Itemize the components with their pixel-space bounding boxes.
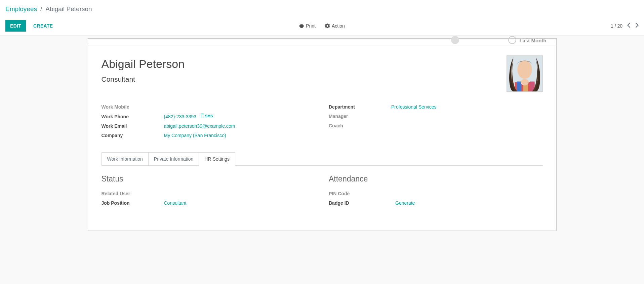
company-label: Company — [102, 133, 164, 138]
coach-label: Coach — [329, 123, 391, 128]
job-position-label: Job Position — [102, 200, 164, 206]
generate-badge-button[interactable]: Generate — [395, 200, 415, 206]
stat-indicator-icon — [451, 36, 459, 44]
department-link[interactable]: Professional Services — [391, 104, 437, 110]
work-phone-link[interactable]: (482)-233-3393 — [164, 114, 197, 119]
svg-rect-3 — [517, 82, 521, 91]
tab-work-information[interactable]: Work Information — [102, 152, 149, 165]
status-section-heading: Status — [102, 174, 316, 184]
job-position-link[interactable]: Consultant — [164, 200, 187, 206]
pager-prev-button[interactable] — [627, 23, 631, 30]
avatar[interactable] — [507, 55, 543, 92]
form-sheet: Last Month Abigail Peterson Consultant — [88, 38, 557, 231]
gear-icon — [325, 24, 330, 28]
mobile-icon — [201, 114, 204, 118]
tab-private-information[interactable]: Private Information — [148, 152, 199, 165]
work-phone-label: Work Phone — [102, 114, 164, 119]
tab-hr-settings[interactable]: HR Settings — [199, 152, 235, 165]
attendance-section-heading: Attendance — [329, 174, 543, 184]
print-icon — [299, 24, 304, 28]
stat-buttons-bar: Last Month — [88, 39, 556, 45]
department-label: Department — [329, 104, 391, 110]
svg-point-6 — [521, 79, 529, 86]
employee-job-title: Consultant — [102, 75, 492, 83]
action-dropdown[interactable]: Action — [325, 23, 345, 29]
print-label: Print — [306, 23, 316, 29]
sms-label: SMS — [205, 114, 213, 118]
badge-id-label: Badge ID — [329, 200, 391, 206]
tabs-bar: Work Information Private Information HR … — [102, 152, 543, 166]
company-link[interactable]: My Company (San Francisco) — [164, 133, 226, 138]
edit-button[interactable]: EDIT — [5, 20, 26, 32]
work-email-label: Work Email — [102, 123, 164, 129]
pin-code-label: PIN Code — [329, 191, 391, 196]
pager-next-button[interactable] — [635, 23, 639, 30]
sms-button[interactable]: SMS — [201, 114, 213, 118]
attendance-stat-icon — [508, 36, 516, 44]
print-button[interactable]: Print — [299, 23, 316, 29]
breadcrumb-current: Abigail Peterson — [45, 5, 92, 13]
manager-label: Manager — [329, 114, 391, 119]
attendance-stat-label: Last Month — [520, 38, 547, 43]
work-email-link[interactable]: abigail.peterson39@example.com — [164, 123, 235, 129]
employee-name-heading: Abigail Peterson — [102, 57, 492, 71]
breadcrumb-root-link[interactable]: Employees — [5, 5, 37, 13]
related-user-label: Related User — [102, 191, 164, 196]
breadcrumb-separator: / — [40, 5, 42, 13]
svg-point-1 — [517, 60, 532, 79]
pager-text: 1 / 20 — [611, 23, 622, 29]
create-button[interactable]: CREATE — [29, 21, 57, 31]
action-label: Action — [332, 23, 345, 29]
breadcrumb: Employees / Abigail Peterson — [5, 5, 639, 13]
work-mobile-label: Work Mobile — [102, 104, 164, 110]
